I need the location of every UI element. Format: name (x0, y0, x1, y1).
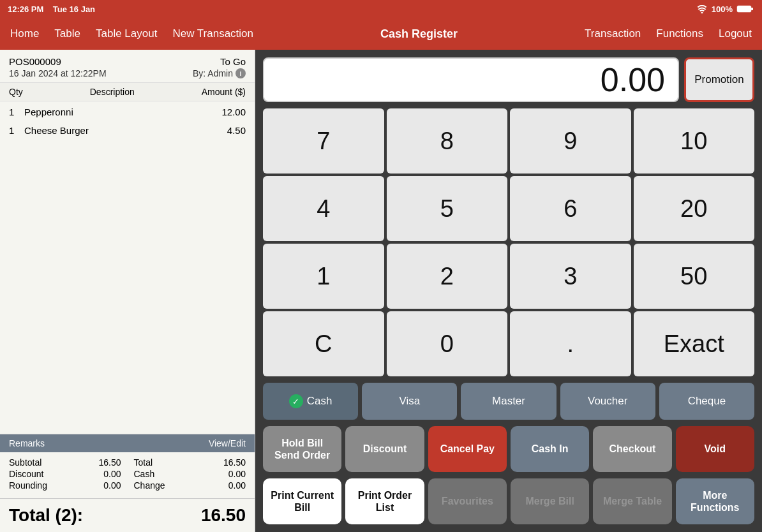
total-row: Total 16.50 (134, 457, 246, 468)
receipt-date: 16 Jan 2024 at 12:22PM (9, 68, 107, 78)
right-nav: Transaction Functions Logout (585, 27, 752, 40)
receipt-by: By: Admin (193, 68, 233, 78)
discount-row: Discount 0.00 (9, 469, 121, 479)
action-row-1: Hold Bill Send OrderDiscountCancel PayCa… (263, 426, 754, 472)
total-value: 16.50 (223, 457, 246, 468)
nav-home[interactable]: Home (10, 27, 39, 40)
display-area: 0.00 Promotion (263, 57, 754, 102)
col-qty: Qty (9, 87, 23, 97)
payment-btn-master[interactable]: Master (461, 383, 556, 420)
left-nav: Home Table Table Layout New Transaction (10, 27, 253, 40)
action-btn-void[interactable]: Void (676, 426, 754, 472)
nav-new-transaction[interactable]: New Transaction (172, 27, 253, 40)
change-label: Change (134, 480, 165, 491)
numpad-btn-10[interactable]: 10 (634, 108, 755, 174)
numpad-btn-.[interactable]: . (510, 311, 631, 376)
nav-table[interactable]: Table (54, 27, 80, 40)
numpad-btn-C[interactable]: C (263, 311, 384, 376)
receipt-items-list: 1 Pepperonni 12.00 1 Cheese Burger 4.50 (0, 101, 255, 434)
receipt-item-0: 1 Pepperonni 12.00 (9, 107, 246, 117)
nav-title: Cash Register (253, 27, 585, 41)
numpad-btn-20[interactable]: 20 (634, 176, 755, 241)
numpad-btn-1[interactable]: 1 (263, 244, 384, 309)
main-content: POS000009 To Go 16 Jan 2024 at 12:22PM B… (0, 50, 762, 532)
nav-bar: Home Table Table Layout New Transaction … (0, 18, 762, 50)
payment-label-voucher: Voucher (588, 395, 627, 408)
receipt-date-row: 16 Jan 2024 at 12:22PM By: Admin i (9, 68, 246, 78)
checkmark-icon: ✓ (289, 394, 303, 408)
remarks-label: Remarks (9, 438, 45, 448)
receipt-panel: POS000009 To Go 16 Jan 2024 at 12:22PM B… (0, 50, 255, 532)
numpad-btn-Exact[interactable]: Exact (634, 311, 755, 376)
action-btn-merge-table: Merge Table (593, 478, 671, 524)
numpad-btn-7[interactable]: 7 (263, 108, 384, 174)
battery-icon (736, 4, 754, 13)
view-edit-link[interactable]: View/Edit (209, 438, 246, 448)
payment-label-visa: Visa (399, 395, 420, 408)
numpad-btn-3[interactable]: 3 (510, 244, 631, 309)
numpad-btn-5[interactable]: 5 (387, 176, 508, 241)
payment-btn-cash[interactable]: ✓Cash (263, 383, 358, 420)
action-btn-cash-in[interactable]: Cash In (511, 426, 589, 472)
numpad-btn-2[interactable]: 2 (387, 244, 508, 309)
numpad-btn-4[interactable]: 4 (263, 176, 384, 241)
right-panel: 0.00 Promotion 789104562012350C0.Exact ✓… (255, 50, 762, 532)
subtotal-row: Subtotal 16.50 (9, 457, 121, 468)
subtotal-label: Subtotal (9, 457, 41, 468)
payment-label-cheque: Cheque (688, 395, 726, 408)
status-icons: 100% (696, 4, 754, 14)
total-label: Total (134, 457, 153, 468)
payment-methods: ✓CashVisaMasterVoucherCheque (263, 383, 754, 420)
rounding-label: Rounding (9, 480, 47, 491)
item-0-desc: Pepperonni (24, 107, 221, 117)
item-1-amount: 4.50 (227, 125, 246, 136)
numpad-btn-0[interactable]: 0 (387, 311, 508, 376)
receipt-footer: Remarks View/Edit Subtotal 16.50 Total 1… (0, 434, 255, 532)
payment-label-master: Master (492, 395, 525, 408)
change-row: Change 0.00 (134, 480, 246, 491)
promotion-button[interactable]: Promotion (684, 57, 754, 102)
nav-functions[interactable]: Functions (656, 27, 703, 40)
nav-transaction[interactable]: Transaction (585, 27, 641, 40)
rounding-value: 0.00 (103, 480, 121, 491)
status-time: 12:26 PM (8, 4, 43, 14)
action-btn-merge-bill: Merge Bill (511, 478, 589, 524)
action-btn-checkout[interactable]: Checkout (593, 426, 671, 472)
payment-btn-voucher[interactable]: Voucher (560, 383, 655, 420)
receipt-column-headers: Qty Description Amount ($) (0, 82, 255, 101)
receipt-admin: By: Admin i (193, 68, 246, 78)
payment-label-cash: Cash (307, 395, 332, 408)
receipt-order-type: To Go (220, 56, 246, 67)
nav-table-layout[interactable]: Table Layout (96, 27, 157, 40)
nav-logout[interactable]: Logout (719, 27, 752, 40)
info-icon[interactable]: i (235, 68, 246, 78)
col-description: Description (90, 87, 135, 97)
numpad-btn-6[interactable]: 6 (510, 176, 631, 241)
action-btn-more-functions[interactable]: More Functions (676, 478, 754, 524)
svg-rect-2 (751, 8, 753, 10)
grand-total-row: Total (2): 16.50 (0, 498, 255, 532)
remarks-bar: Remarks View/Edit (0, 434, 255, 452)
action-btn-discount[interactable]: Discount (345, 426, 424, 472)
receipt-header: POS000009 To Go 16 Jan 2024 at 12:22PM B… (0, 50, 255, 82)
numpad-btn-9[interactable]: 9 (510, 108, 631, 174)
grand-total-value: 16.50 (201, 505, 246, 526)
numpad-btn-8[interactable]: 8 (387, 108, 508, 174)
action-btn-print-current-bill[interactable]: Print Current Bill (263, 478, 341, 524)
action-btn-cancel-pay[interactable]: Cancel Pay (428, 426, 507, 472)
grand-total-label: Total (2): (9, 505, 83, 526)
wifi-icon (696, 4, 708, 13)
action-btn-favourites: Favourites (428, 478, 507, 524)
change-value: 0.00 (228, 480, 246, 491)
numpad-btn-50[interactable]: 50 (634, 244, 755, 309)
receipt-item-1: 1 Cheese Burger 4.50 (9, 125, 246, 136)
item-1-desc: Cheese Burger (24, 125, 227, 136)
payment-btn-cheque[interactable]: Cheque (659, 383, 754, 420)
numpad: 789104562012350C0.Exact (263, 108, 754, 376)
discount-label: Discount (9, 469, 43, 479)
action-btn-hold-bill-send-order[interactable]: Hold Bill Send Order (263, 426, 341, 472)
action-btn-print-order-list[interactable]: Print Order List (345, 478, 424, 524)
status-date: Tue 16 Jan (53, 4, 95, 14)
payment-btn-visa[interactable]: Visa (362, 383, 457, 420)
totals-grid: Subtotal 16.50 Total 16.50 Discount 0.00… (9, 457, 246, 491)
